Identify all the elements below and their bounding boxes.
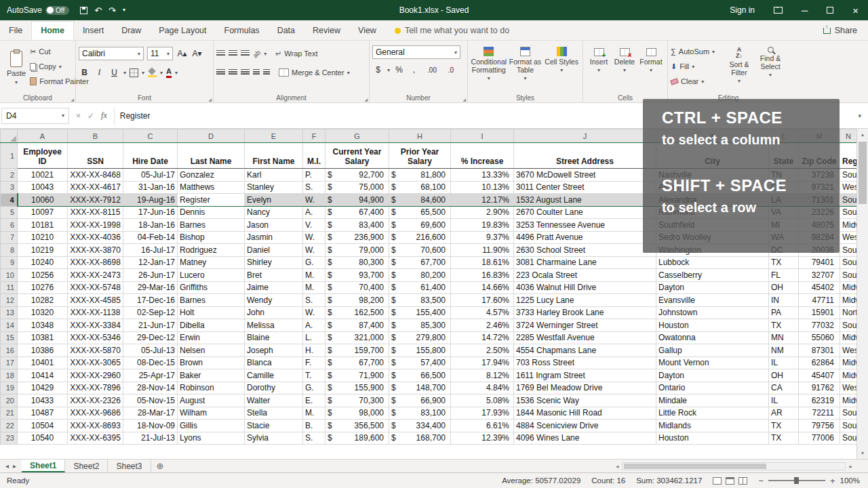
cell-M5[interactable]: 23226: [799, 206, 840, 219]
cell-N9[interactable]: South: [840, 256, 857, 269]
sheet-tab-sheet2[interactable]: Sheet2: [65, 460, 108, 472]
cell-L10[interactable]: FL: [769, 269, 799, 282]
cell-J14[interactable]: 3724 Werninger Street: [514, 319, 656, 332]
cell-I20[interactable]: 5.08%: [451, 394, 514, 407]
cell-A14[interactable]: 10348: [18, 319, 68, 332]
sheet-tab-sheet3[interactable]: Sheet3: [108, 460, 151, 472]
cell-I23[interactable]: 12.39%: [451, 432, 514, 445]
cell-E23[interactable]: Sylvia: [245, 432, 303, 445]
cell-F6[interactable]: V.: [303, 219, 326, 232]
cell-N3[interactable]: West: [840, 181, 857, 194]
cell-H23[interactable]: $168,700: [389, 432, 451, 445]
cell-A10[interactable]: 10256: [18, 269, 68, 282]
row-header-7[interactable]: 7: [1, 231, 18, 244]
cell-F17[interactable]: F.: [303, 357, 326, 369]
row-header-5[interactable]: 5: [1, 206, 18, 219]
clipboard-dialog-launcher-icon[interactable]: ◢: [71, 97, 74, 102]
cancel-icon[interactable]: ×: [76, 111, 81, 121]
cell-M2[interactable]: 37238: [799, 169, 840, 182]
cell-D10[interactable]: Lucero: [178, 269, 245, 282]
cell-N4[interactable]: South: [840, 194, 857, 207]
sign-in-button[interactable]: Sign in: [720, 0, 764, 20]
row-header-11[interactable]: 11: [1, 281, 18, 294]
cell-N17[interactable]: Midwest: [840, 357, 857, 369]
cell-C8[interactable]: 16-Jul-17: [123, 244, 178, 257]
cell-L8[interactable]: DC: [769, 244, 799, 257]
clear-button[interactable]: Clear▾: [671, 75, 724, 88]
cell-K23[interactable]: Houston: [656, 432, 769, 445]
cell-H3[interactable]: $68,100: [389, 181, 451, 194]
underline-button[interactable]: U: [108, 68, 120, 77]
column-header-N[interactable]: N: [840, 129, 857, 143]
cell-H7[interactable]: $216,600: [389, 231, 451, 244]
autosave-pill[interactable]: Off: [45, 6, 69, 15]
close-button[interactable]: ×: [843, 0, 868, 20]
cell-G6[interactable]: $83,400: [326, 219, 389, 232]
cell-G8[interactable]: $79,000: [326, 244, 389, 257]
cell-C13[interactable]: 02-Sep-12: [123, 306, 178, 319]
cell-G16[interactable]: $159,700: [326, 344, 389, 357]
horizontal-scrollbar[interactable]: ◂ ▸: [614, 460, 868, 472]
cell-C16[interactable]: 05-Jul-13: [123, 344, 178, 357]
cell-B21[interactable]: XXX-XX-9686: [68, 407, 123, 420]
cell-I15[interactable]: 14.72%: [451, 331, 514, 344]
cell-L16[interactable]: NM: [769, 344, 799, 357]
fill-button[interactable]: ⬇︎Fill▾: [671, 60, 724, 73]
cell-L23[interactable]: TX: [769, 432, 799, 445]
zoom-out-button[interactable]: −: [758, 476, 764, 486]
cell-M18[interactable]: 45407: [799, 369, 840, 382]
cell-D13[interactable]: Holt: [178, 306, 245, 319]
cell-M19[interactable]: 91762: [799, 382, 840, 394]
percent-style-button[interactable]: %: [393, 65, 405, 75]
cell-J12[interactable]: 1225 Lucy Lane: [514, 294, 656, 307]
cell-J7[interactable]: 4496 Pratt Avenue: [514, 231, 656, 244]
cell-G3[interactable]: $75,000: [326, 181, 389, 194]
cell-A21[interactable]: 10487: [18, 407, 68, 420]
cell-B13[interactable]: XXX-XX-1138: [68, 306, 123, 319]
cell-I17[interactable]: 17.94%: [451, 357, 514, 369]
cell-B20[interactable]: XXX-XX-2326: [68, 394, 123, 407]
cell-K1[interactable]: City: [656, 143, 769, 169]
cell-K5[interactable]: Richmond: [656, 206, 769, 219]
cell-K2[interactable]: Nashville: [656, 169, 769, 182]
tell-me-box[interactable]: Tell me what you want to do: [385, 22, 519, 40]
cell-F3[interactable]: S.: [303, 181, 326, 194]
format-as-table-button[interactable]: Format as Table▾: [507, 45, 542, 93]
name-box[interactable]: D4▾: [1, 108, 69, 124]
cell-M3[interactable]: 97321: [799, 181, 840, 194]
cell-M1[interactable]: Zip Code: [799, 143, 840, 169]
cell-A15[interactable]: 10381: [18, 331, 68, 344]
cell-D20[interactable]: August: [178, 394, 245, 407]
customize-qat-caret-icon[interactable]: ▾: [123, 7, 125, 13]
new-sheet-button[interactable]: ⊕: [151, 460, 170, 472]
cell-E6[interactable]: Jason: [245, 219, 303, 232]
cell-F12[interactable]: S.: [303, 294, 326, 307]
cell-C12[interactable]: 17-Dec-16: [123, 294, 178, 307]
cell-M20[interactable]: 62319: [799, 394, 840, 407]
cell-J18[interactable]: 1611 Ingram Street: [514, 369, 656, 382]
cell-B23[interactable]: XXX-XX-6395: [68, 432, 123, 445]
cell-L11[interactable]: OH: [769, 281, 799, 294]
cell-C10[interactable]: 26-Jun-17: [123, 269, 178, 282]
row-header-8[interactable]: 8: [1, 244, 18, 257]
paste-button[interactable]: Paste ▾: [3, 43, 30, 93]
cell-L15[interactable]: MN: [769, 331, 799, 344]
cell-K20[interactable]: Mindale: [656, 394, 769, 407]
cell-J10[interactable]: 223 Ocala Street: [514, 269, 656, 282]
cell-I1[interactable]: % Increase: [451, 143, 514, 169]
cell-J17[interactable]: 703 Ross Street: [514, 357, 656, 369]
cell-M9[interactable]: 79401: [799, 256, 840, 269]
cell-E15[interactable]: Blaine: [245, 331, 303, 344]
increase-indent-icon[interactable]: [263, 69, 270, 76]
cell-N23[interactable]: South: [840, 432, 857, 445]
cell-I10[interactable]: 16.83%: [451, 269, 514, 282]
tab-draw[interactable]: Draw: [113, 22, 150, 40]
cell-A9[interactable]: 10240: [18, 256, 68, 269]
cell-F21[interactable]: M.: [303, 407, 326, 420]
cell-C9[interactable]: 12-Jan-17: [123, 256, 178, 269]
row-header-2[interactable]: 2: [1, 169, 18, 182]
delete-cells-button[interactable]: Delete▾: [612, 47, 637, 93]
cell-N16[interactable]: West: [840, 344, 857, 357]
cell-G7[interactable]: $236,900: [326, 231, 389, 244]
zoom-slider[interactable]: [768, 480, 825, 481]
